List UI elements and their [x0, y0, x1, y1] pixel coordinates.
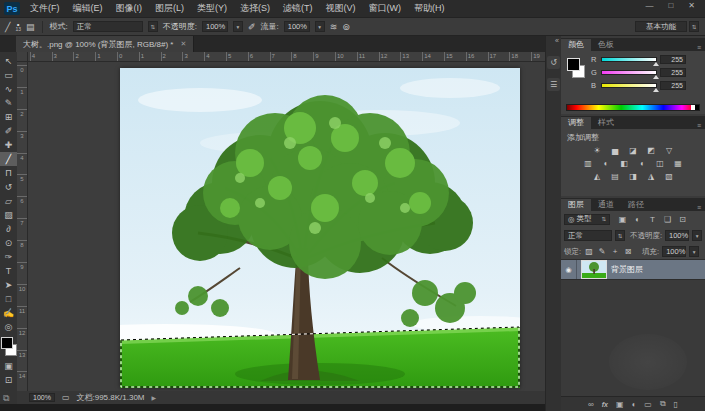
spectrum-black-swatch[interactable]	[695, 105, 699, 110]
minimize-button[interactable]: —	[645, 1, 653, 10]
document-tab[interactable]: 大树。.png @ 100% (背景图层, RGB/8#) * ✕	[16, 36, 194, 52]
channel-value-B[interactable]: 255	[660, 81, 686, 90]
brush-tool[interactable]: ╱	[0, 152, 17, 166]
layer-row-background[interactable]: ◉ 背景图层	[561, 259, 705, 280]
adj-threshold-icon[interactable]: ◨	[627, 171, 640, 183]
screen-mode-button[interactable]: ⊡	[0, 373, 17, 387]
menu-item-10[interactable]: 帮助(H)	[414, 2, 445, 15]
filter-smart-objects-icon[interactable]: ⊡	[677, 215, 688, 224]
channel-value-G[interactable]: 255	[660, 68, 686, 77]
menu-item-4[interactable]: 图层(L)	[155, 2, 184, 15]
adj-photo-filter-icon[interactable]: ◖	[636, 158, 649, 170]
zoom-tool[interactable]: ◎	[0, 320, 17, 334]
blend-mode-chevron-icon[interactable]: ⇅	[148, 21, 158, 32]
dodge-tool[interactable]: ⊙	[0, 236, 17, 250]
airbrush-icon[interactable]: ≋	[330, 22, 338, 32]
edit-in-quick-mask-button[interactable]: ▣	[0, 359, 17, 373]
type-tool[interactable]: T	[0, 264, 17, 278]
channel-handle-R[interactable]	[653, 62, 659, 66]
tab-adjustments[interactable]: 调整	[561, 117, 591, 129]
layer-filter-kind-select[interactable]: ◎ 类型 ⇅	[564, 214, 610, 225]
lock-transparent-pixels-icon[interactable]: ▨	[584, 247, 594, 256]
link-layers-button[interactable]: ∞	[588, 400, 594, 409]
new-layer-button[interactable]: ⧉	[660, 399, 666, 409]
quick-selection-tool[interactable]: ✎	[0, 96, 17, 110]
path-selection-tool[interactable]: ➤	[0, 278, 17, 292]
lock-all-icon[interactable]: ⊠	[623, 247, 633, 256]
properties-panel-icon[interactable]: ☰	[547, 78, 560, 91]
channel-handle-B[interactable]	[653, 88, 659, 92]
toggle-brush-panel-icon[interactable]: ▤	[26, 22, 35, 32]
zoom-level-input[interactable]: 100%	[29, 393, 55, 402]
lock-image-pixels-icon[interactable]: ✎	[597, 247, 607, 256]
menu-item-6[interactable]: 选择(S)	[240, 2, 270, 15]
tab-channels[interactable]: 通道	[591, 199, 621, 211]
adj-hue-saturation-icon[interactable]: ▥	[582, 158, 595, 170]
workspace-chevron-icon[interactable]: ⇅	[689, 21, 699, 32]
layer-fill-input[interactable]: 100%	[662, 246, 686, 257]
menu-item-2[interactable]: 编辑(E)	[73, 2, 103, 15]
opacity-input[interactable]: 100%	[202, 21, 228, 32]
opacity-dropdown-icon[interactable]: ▾	[233, 21, 243, 32]
filter-shape-layers-icon[interactable]: ❏	[662, 215, 673, 224]
menu-item-9[interactable]: 窗口(W)	[369, 2, 402, 15]
lock-position-icon[interactable]: +	[610, 247, 620, 256]
spot-healing-brush-tool[interactable]: ✚	[0, 138, 17, 152]
color-spectrum-ramp[interactable]	[566, 104, 700, 111]
filter-pixel-layers-icon[interactable]: ▣	[617, 215, 628, 224]
channel-slider-R[interactable]	[601, 57, 657, 62]
layer-visibility-eye-icon[interactable]: ◉	[561, 260, 577, 279]
collapse-panels-icon[interactable]: «	[555, 37, 559, 47]
workspace-switcher[interactable]: 基本功能	[635, 21, 687, 32]
adj-color-balance-icon[interactable]: ◐	[600, 158, 613, 170]
channel-slider-G[interactable]	[601, 70, 657, 75]
history-brush-tool[interactable]: ↺	[0, 180, 17, 194]
hand-tool[interactable]: ✍	[0, 306, 17, 320]
adj-selective-color-icon[interactable]: ◮	[645, 171, 658, 183]
layer-fill-dropdown-icon[interactable]: ▾	[689, 246, 699, 257]
tab-swatches[interactable]: 色板	[591, 39, 621, 51]
layers-panel-menu-icon[interactable]: ≡	[697, 204, 705, 211]
channel-slider-B[interactable]	[601, 83, 657, 88]
layer-blend-chevron-icon[interactable]: ⇅	[615, 230, 625, 241]
status-arrow-icon[interactable]: ▶	[152, 394, 157, 401]
adj-levels-icon[interactable]: ▅	[609, 145, 622, 157]
menu-item-3[interactable]: 图像(I)	[116, 2, 143, 15]
tab-color[interactable]: 颜色	[561, 39, 591, 51]
close-button[interactable]: ✕	[688, 1, 695, 10]
toolbar-foreground-swatch[interactable]	[1, 337, 13, 349]
clone-stamp-tool[interactable]: Π	[0, 166, 17, 180]
filter-adjustment-layers-icon[interactable]: ◐	[632, 215, 643, 224]
channel-handle-G[interactable]	[653, 75, 659, 79]
add-layer-mask-button[interactable]: ▣	[616, 400, 624, 409]
tab-paths[interactable]: 路径	[621, 199, 651, 211]
adj-color-lookup-icon[interactable]: ▦	[672, 158, 685, 170]
adj-black-white-icon[interactable]: ◧	[618, 158, 631, 170]
adj-curves-icon[interactable]: ◪	[627, 145, 640, 157]
history-panel-icon[interactable]: ↺	[547, 56, 560, 69]
pen-tool[interactable]: ✑	[0, 250, 17, 264]
crop-tool[interactable]: ⊞	[0, 110, 17, 124]
layer-opacity-input[interactable]: 100%	[665, 230, 689, 241]
adj-brightness-contrast-icon[interactable]: ☀	[591, 145, 604, 157]
new-group-button[interactable]: ▭	[644, 400, 652, 409]
adj-exposure-icon[interactable]: ◩	[645, 145, 658, 157]
adj-invert-icon[interactable]: ◭	[591, 171, 604, 183]
lasso-tool[interactable]: ∿	[0, 82, 17, 96]
gradient-tool[interactable]: ▨	[0, 208, 17, 222]
adjustments-panel-menu-icon[interactable]: ≡	[697, 122, 705, 129]
window-frame-icon[interactable]: ⧉	[3, 393, 9, 404]
canvas-document[interactable]	[120, 68, 520, 388]
filter-type-layers-icon[interactable]: T	[647, 215, 658, 224]
menu-item-5[interactable]: 类型(Y)	[197, 2, 227, 15]
layer-opacity-dropdown-icon[interactable]: ▾	[692, 230, 702, 241]
maximize-button[interactable]: □	[668, 1, 673, 10]
menu-item-1[interactable]: 文件(F)	[30, 2, 60, 15]
flow-dropdown-icon[interactable]: ▾	[315, 21, 325, 32]
tab-close-icon[interactable]: ✕	[180, 40, 186, 48]
flow-input[interactable]: 100%	[284, 21, 310, 32]
delete-layer-button[interactable]: ▯	[674, 400, 678, 409]
tab-styles[interactable]: 样式	[591, 117, 621, 129]
layer-blend-mode-select[interactable]: 正常	[564, 230, 612, 241]
eyedropper-tool[interactable]: ✐	[0, 124, 17, 138]
